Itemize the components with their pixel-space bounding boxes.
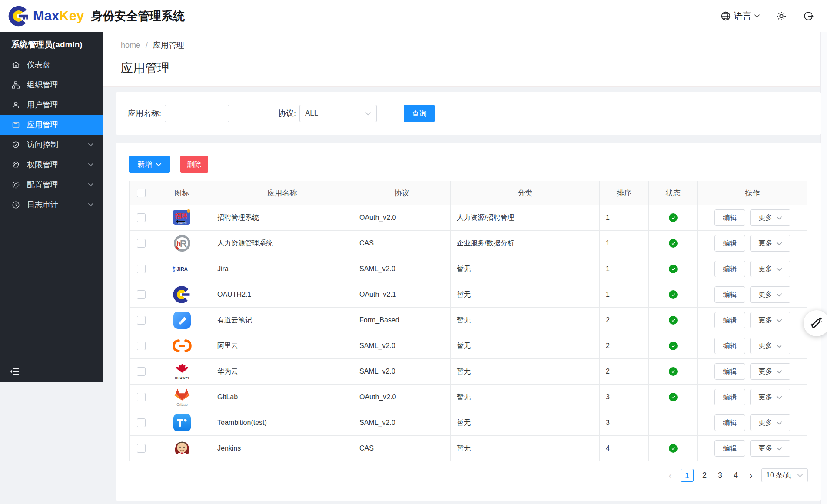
protocol-cell: SAML_v2.0 [353,256,451,282]
app-name-cell: 招聘管理系统 [211,205,353,231]
app-name-cell: 有道云笔记 [211,308,353,333]
edit-button[interactable]: 编辑 [714,440,745,457]
row-checkbox[interactable] [137,342,146,350]
category-cell: 企业服务/数据分析 [451,231,600,256]
edit-button[interactable]: 编辑 [714,209,745,226]
applications-table: 图标应用名称协议分类排序状态操作 招聘ZHAO·PIN招聘管理系统OAuth_v… [129,181,807,461]
app-name-input[interactable] [165,105,229,122]
breadcrumb: home / 应用管理 [103,32,820,50]
filter-card: 应用名称: 协议: ALL 查询 [116,92,821,135]
column-header: 排序 [600,181,649,205]
table-row: hR人力资源管理系统CAS企业服务/数据分析1编辑更多 [130,231,807,256]
page-number-2[interactable]: 2 [700,469,709,482]
sidebar-item-perm[interactable]: 权限管理 [0,155,103,175]
sidebar-item-home[interactable]: 仪表盘 [0,55,103,75]
status-cell [649,308,698,333]
prev-page-button[interactable]: ‹ [666,469,674,482]
edit-button[interactable]: 编辑 [714,286,745,303]
row-checkbox[interactable] [137,367,146,376]
breadcrumb-home-link[interactable]: home [121,41,140,50]
page-number-1[interactable]: 1 [681,469,694,482]
table-row: JIRAJiraSAML_v2.0暂无1编辑更多 [130,256,807,282]
edit-button[interactable]: 编辑 [714,414,745,431]
more-button[interactable]: 更多 [750,312,790,328]
top-navbar: MaxKey 身份安全管理系统 语言 [0,0,827,32]
edit-button[interactable]: 编辑 [714,261,745,277]
actions-cell: 编辑更多 [698,333,807,359]
maxkey-logo-icon [8,5,30,27]
row-checkbox[interactable] [137,316,146,325]
row-checkbox[interactable] [137,239,146,248]
actions-cell: 编辑更多 [698,410,807,436]
zhaopin-app-icon: 招聘ZHAO·PIN [172,207,193,228]
maxkey-app-icon [172,284,193,305]
page-size-select[interactable]: 10 条/页 [761,468,808,482]
sidebar-item-clock[interactable]: 日志审计 [0,195,103,215]
next-page-button[interactable]: › [747,469,755,482]
column-header: 分类 [451,181,600,205]
app-name-cell: GitLab [211,385,353,410]
sidebar-item-user[interactable]: 用户管理 [0,95,103,115]
edit-button[interactable]: 编辑 [714,363,745,380]
more-button[interactable]: 更多 [750,286,790,303]
delete-button[interactable]: 删除 [180,156,208,173]
magic-wand-icon [810,316,824,330]
protocol-select-value: ALL [305,109,318,118]
category-cell: 暂无 [451,385,600,410]
more-button[interactable]: 更多 [750,440,790,457]
settings-gear-icon[interactable] [776,10,787,22]
edit-button[interactable]: 编辑 [714,389,745,405]
status-active-icon [669,367,678,376]
search-button[interactable]: 查询 [404,105,435,122]
svg-text:JIRA: JIRA [176,266,188,272]
more-button[interactable]: 更多 [750,414,790,431]
more-button[interactable]: 更多 [750,389,790,405]
menu-fold-icon[interactable] [9,366,20,377]
protocol-cell: SAML_v2.0 [353,333,451,359]
protocol-label: 协议: [278,108,296,119]
sidebar-menu: 仪表盘组织管理用户管理应用管理访问控制权限管理配置管理日志审计 [0,55,103,215]
app-icon-cell [153,410,211,436]
magic-wand-fab-button[interactable] [804,310,827,336]
sidebar-item-shield[interactable]: 访问控制 [0,135,103,155]
sidebar-item-gear[interactable]: 配置管理 [0,175,103,195]
page-number-3[interactable]: 3 [715,469,725,482]
more-button[interactable]: 更多 [750,261,790,277]
user-icon [11,100,20,109]
table-header-checkbox-cell [130,181,153,205]
sort-cell: 1 [600,205,649,231]
svg-text:GitLab: GitLab [176,402,188,407]
navbar-right: 语言 [720,10,827,22]
table-card: 新增 删除 图标应用名称协议分类排序状态操作 招聘ZHAO·PIN招聘管理系统O… [116,143,821,501]
edit-button[interactable]: 编辑 [714,312,745,328]
category-cell: 暂无 [451,333,600,359]
row-checkbox[interactable] [137,265,146,273]
edit-button[interactable]: 编辑 [714,235,745,252]
row-checkbox[interactable] [137,393,146,401]
more-button[interactable]: 更多 [750,363,790,380]
table-row: GitLabGitLabOAuth_v2.0暂无3编辑更多 [130,385,807,410]
row-checkbox[interactable] [137,290,146,299]
protocol-select[interactable]: ALL [299,105,377,122]
chevron-down-icon [88,203,93,206]
select-all-checkbox[interactable] [137,189,146,197]
row-checkbox[interactable] [137,213,146,222]
row-checkbox[interactable] [137,444,146,453]
more-button[interactable]: 更多 [750,338,790,354]
language-menu[interactable]: 语言 [720,10,760,22]
table-row: 招聘ZHAO·PIN招聘管理系统OAuth_v2.0人力资源/招聘管理1编辑更多 [130,205,807,231]
row-checkbox[interactable] [137,418,146,427]
breadcrumb-separator: / [146,41,148,50]
scrollbar-track[interactable] [820,32,827,504]
chevron-down-icon [88,163,93,166]
page-number-4[interactable]: 4 [731,469,741,482]
more-button[interactable]: 更多 [750,235,790,252]
logout-icon[interactable] [803,10,814,22]
sidebar-item-org[interactable]: 组织管理 [0,75,103,95]
add-button[interactable]: 新增 [129,156,170,173]
protocol-cell: OAuth_v2.0 [353,385,451,410]
chevron-down-icon [776,370,782,374]
sidebar-item-apps[interactable]: 应用管理 [0,115,103,135]
edit-button[interactable]: 编辑 [714,338,745,354]
more-button[interactable]: 更多 [750,209,790,226]
